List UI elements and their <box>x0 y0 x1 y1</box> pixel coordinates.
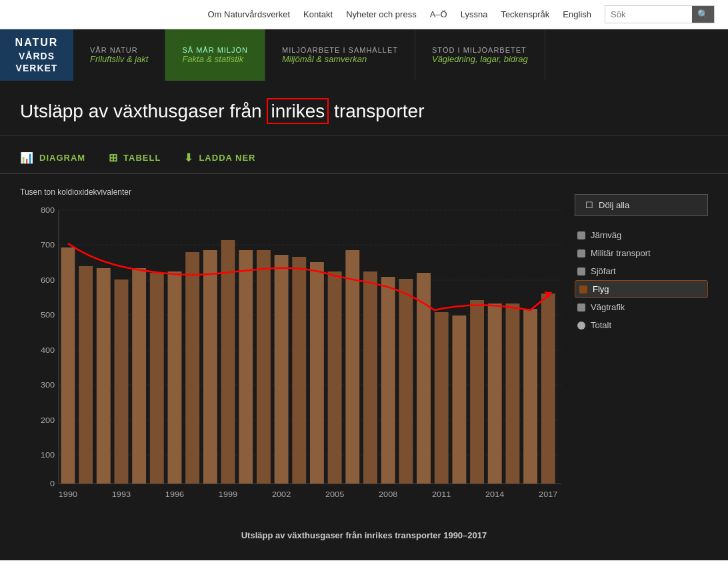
svg-text:2017: 2017 <box>539 490 558 499</box>
svg-text:500: 500 <box>41 311 55 320</box>
tabell-icon: ⊞ <box>109 151 118 164</box>
bar-1993 <box>115 279 129 484</box>
page-title: Utsläpp av växthusgaser från inrikes tra… <box>20 101 708 122</box>
nav-link-nyheter[interactable]: Nyheter och press <box>346 9 417 19</box>
main-header: NATUR VÅRDS VERKET VÅR NATUR Friluftsliv… <box>0 29 728 81</box>
nav-link-lyssna[interactable]: Lyssna <box>461 9 488 19</box>
bar-2001 <box>257 250 271 484</box>
tab-ladda-ner-label: LADDA NER <box>199 153 255 163</box>
hide-all-label: Dölj alla <box>599 200 629 210</box>
legend-item-vagtrafik[interactable]: Vägtrafik <box>575 298 708 316</box>
svg-text:1996: 1996 <box>165 490 185 499</box>
nav-link-om[interactable]: Om Naturvårdsverket <box>208 9 291 19</box>
nav-link-ao[interactable]: A–Ö <box>430 9 447 19</box>
page-title-area: Utsläpp av växthusgaser från inrikes tra… <box>0 81 728 136</box>
search-box: 🔍 <box>605 5 715 23</box>
nav-item-varnatur[interactable]: VÅR NATUR Friluftsliv & jakt <box>73 29 165 81</box>
chart-left: Tusen ton koldioxidekvivalenter 800 700 … <box>20 187 561 510</box>
tab-tabell-label: TABELL <box>123 153 161 163</box>
top-nav: Om Naturvårdsverket Kontakt Nyheter och … <box>0 0 728 29</box>
chart-y-label: Tusen ton koldioxidekvivalenter <box>20 187 561 197</box>
bar-2004 <box>310 262 324 484</box>
bar-2005 <box>328 271 342 484</box>
svg-text:400: 400 <box>41 346 55 355</box>
bar-2013 <box>470 300 484 484</box>
tab-diagram-label: DIAGRAM <box>39 153 85 163</box>
tabs-bar: 📊 DIAGRAM ⊞ TABELL ⬇ LADDA NER <box>0 136 728 174</box>
search-input[interactable] <box>605 7 692 22</box>
nav-item-samarmiljon[interactable]: SÅ MÅR MILJÖN Fakta & statistik <box>165 29 265 81</box>
tab-tabell[interactable]: ⊞ TABELL <box>109 146 171 169</box>
chart-container: Tusen ton koldioxidekvivalenter 800 700 … <box>0 174 728 524</box>
legend-item-jarnvag[interactable]: Järnväg <box>575 226 708 244</box>
legend-dot-flyg <box>579 285 587 294</box>
bar-2017 <box>541 294 555 484</box>
legend-item-militar[interactable]: Militär transport <box>575 244 708 262</box>
main-nav: VÅR NATUR Friluftsliv & jakt SÅ MÅR MILJ… <box>73 29 728 81</box>
svg-text:800: 800 <box>41 206 55 215</box>
bar-2006 <box>345 250 359 484</box>
legend-label-militar: Militär transport <box>591 248 651 258</box>
download-icon: ⬇ <box>184 151 193 164</box>
logo-line2: VÅRDS <box>15 50 59 62</box>
search-button[interactable]: 🔍 <box>692 6 714 23</box>
bar-2010 <box>417 273 431 484</box>
svg-text:100: 100 <box>41 451 55 460</box>
bar-2015 <box>505 304 519 484</box>
bar-1999 <box>221 240 235 484</box>
bar-2009 <box>399 279 413 484</box>
legend-item-totalt[interactable]: Totalt <box>575 316 708 334</box>
svg-text:700: 700 <box>41 241 55 249</box>
nav-link-kontakt[interactable]: Kontakt <box>303 9 333 19</box>
bar-2011 <box>435 312 449 484</box>
legend-item-flyg[interactable]: Flyg <box>575 280 708 298</box>
bar-1992 <box>97 268 111 484</box>
legend-label-totalt: Totalt <box>591 320 611 330</box>
legend-item-sjofart[interactable]: Sjöfart <box>575 262 708 280</box>
tab-ladda-ner[interactable]: ⬇ LADDA NER <box>184 146 265 169</box>
legend-label-jarnvag: Järnväg <box>591 230 621 240</box>
legend-dot-militar <box>577 249 585 257</box>
logo-line1: NATUR <box>15 36 59 50</box>
legend-dot-sjofart <box>577 267 585 275</box>
svg-text:200: 200 <box>41 416 55 425</box>
bar-1995 <box>150 273 164 484</box>
bar-2000 <box>239 250 253 484</box>
hide-all-button[interactable]: ☐ Dölj alla <box>575 194 708 216</box>
bar-1998 <box>203 250 217 484</box>
bar-2007 <box>363 271 377 484</box>
logo-line3: VERKET <box>15 62 59 74</box>
svg-text:2002: 2002 <box>272 490 291 499</box>
diagram-icon: 📊 <box>20 151 34 164</box>
nav-item-stod[interactable]: STÖD I MILJÖARBETET Vägledning, lagar, b… <box>415 29 545 81</box>
chart-svg: 800 700 600 500 400 300 200 100 0 <box>20 203 561 510</box>
nav-item-miljoarbete[interactable]: MILJÖARBETE I SAMHÄLLET Miljömål & samve… <box>265 29 415 81</box>
nav-link-english[interactable]: English <box>563 9 591 19</box>
bar-2002 <box>275 255 289 484</box>
chart-caption: Utsläpp av växthusgaser från inrikes tra… <box>0 524 728 560</box>
svg-text:2005: 2005 <box>325 490 345 499</box>
logo[interactable]: NATUR VÅRDS VERKET <box>0 29 73 81</box>
legend-label-flyg: Flyg <box>593 284 609 294</box>
svg-text:2008: 2008 <box>379 490 398 499</box>
nav-link-tecken[interactable]: Teckenspråk <box>501 9 549 19</box>
tab-diagram[interactable]: 📊 DIAGRAM <box>20 146 95 169</box>
svg-text:2014: 2014 <box>485 490 505 499</box>
bar-1994 <box>132 268 146 484</box>
bar-2012 <box>452 316 466 484</box>
bar-1990 <box>61 247 75 484</box>
bar-1996 <box>168 271 182 484</box>
bar-1997 <box>185 252 199 484</box>
chart-wrapper: 800 700 600 500 400 300 200 100 0 <box>20 203 561 510</box>
svg-text:1999: 1999 <box>219 490 238 499</box>
legend-dot-totalt <box>577 322 585 330</box>
svg-text:300: 300 <box>41 381 55 390</box>
svg-text:600: 600 <box>41 276 55 285</box>
chart-caption-text: Utsläpp av växthusgaser från inrikes tra… <box>241 530 487 540</box>
checkbox-icon: ☐ <box>585 200 593 210</box>
svg-text:2011: 2011 <box>432 490 451 499</box>
chart-legend: ☐ Dölj alla Järnväg Militär transport Sj… <box>575 187 708 510</box>
svg-text:1990: 1990 <box>59 490 78 499</box>
title-highlight: inrikes <box>267 98 329 124</box>
legend-label-sjofart: Sjöfart <box>591 266 616 276</box>
